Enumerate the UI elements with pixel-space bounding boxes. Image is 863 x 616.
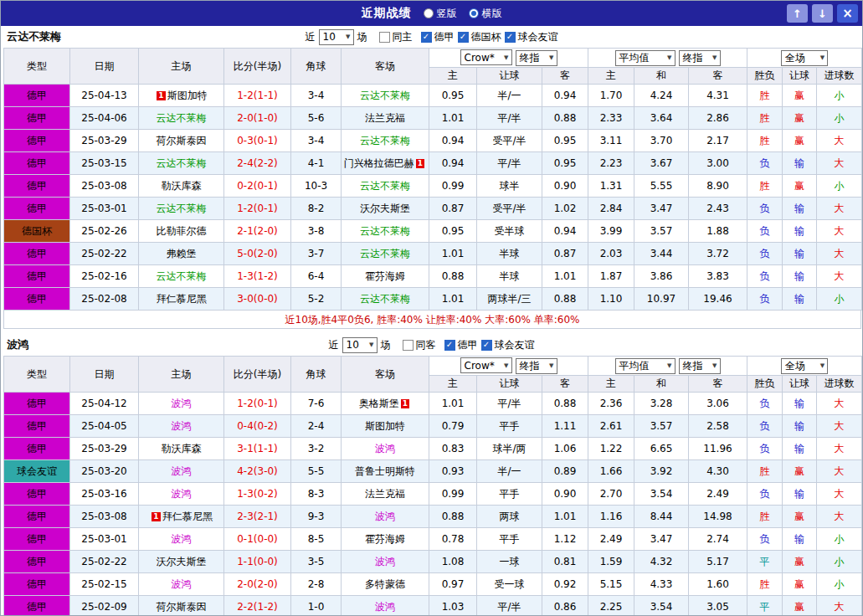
team-link: 普鲁士明斯特 [355,465,415,477]
match-row: 德甲25-04-05波鸿0-4(0-2)2-4斯图加特0.79平手1.112.6… [4,415,862,438]
away-team-cell: 云达不莱梅 [342,288,429,311]
filter-checkbox-1[interactable]: ✓德甲 [444,338,478,352]
home-team-cell: 云达不莱梅 [139,265,224,288]
euro-odds-cell: 2.36 [588,393,634,415]
corners-cell: 6-4 [291,265,342,288]
asian-stage-select[interactable]: 终指▼ [516,50,557,66]
match-count-select[interactable]: 10▼ [342,337,378,353]
radio-icon [469,8,479,18]
euro-odds-cell: 14.98 [689,506,747,528]
league-cell: 德甲 [4,175,70,198]
league-cell: 德甲 [4,596,70,616]
home-team-cell: 拜仁慕尼黑 [139,288,224,311]
titlebar: 近期战绩 竖版横版 ↑ ↓ × [1,1,862,26]
scope-select[interactable]: 全场▼ [781,50,828,66]
away-team-cell: 云达不莱梅 [342,220,429,243]
handicap-result-cell: 赢 [783,107,817,130]
date-cell: 25-02-08 [70,288,139,311]
euro-odds-cell: 4.32 [634,551,689,573]
summary-row: 近10场,胜4平0负6, 胜率:40% 让胜率:40% 大率:60% 单率:60… [3,311,861,329]
away-team-cell: 普鲁士明斯特 [342,460,429,483]
chevron-down-icon: ▼ [504,54,508,61]
filter-checkbox-2[interactable]: ✓球会友谊 [481,338,535,352]
corners-cell: 10-3 [291,175,342,198]
near-label: 近 [329,338,339,352]
filter-checkbox-3[interactable]: ✓球会友谊 [505,30,558,44]
bookmaker-select[interactable]: Crow*▼ [460,357,512,373]
chevron-down-icon: ▼ [346,33,350,40]
goals-result-cell: 大 [817,506,862,528]
handicap-result-cell: 输 [783,438,817,460]
team-link: 法兰克福 [365,488,405,500]
chevron-down-icon: ▼ [549,362,553,369]
layout-radio-0[interactable]: 竖版 [424,7,457,21]
euro-odds-cell: 11.96 [689,438,747,460]
column-header: 角球 [291,357,342,393]
column-header: 和 [634,376,689,393]
euro-odds-cell: 3.57 [634,415,689,438]
layout-radio-1[interactable]: 横版 [469,7,502,21]
close-icon: × [842,6,853,21]
euro-odds-cell: 2.33 [588,107,634,130]
team-link: 门兴格拉德巴赫 [344,157,414,169]
filter-checkbox-2[interactable]: ✓德国杯 [458,30,501,44]
scope-select-value: 全场 [785,359,805,373]
asian-odds-cell: 0.88 [429,506,477,528]
euro-odds-cell: 3.64 [634,107,689,130]
move-down-button[interactable]: ↓ [812,4,833,23]
move-up-button[interactable]: ↑ [787,4,808,23]
match-row: 德甲25-02-16云达不莱梅1-3(1-2)6-4霍芬海姆0.88半球1.01… [4,265,862,288]
goals-result-cell: 大 [817,130,862,152]
scope-select[interactable]: 全场▼ [781,358,828,374]
asian-odds-cell: 0.87 [542,243,588,265]
bookmaker-select[interactable]: Crow*▼ [460,49,512,65]
column-header: 比分(半场) [224,357,291,393]
asian-odds-cell: 平/半 [477,596,542,616]
euro-stage-select[interactable]: 终指▼ [679,358,721,374]
result-cell: 平 [747,596,783,616]
asian-stage-select[interactable]: 终指▼ [516,358,557,374]
euro-odds-cell: 2.23 [588,152,634,175]
corners-cell: 5-6 [291,107,342,130]
goals-result-cell: 大 [817,460,862,483]
asian-odds-cell: 两球 [477,506,542,528]
close-button[interactable]: × [837,4,858,23]
euro-stage-select-value: 终指 [683,51,703,65]
asian-odds-cell: 球半 [477,175,542,198]
column-header: 进球数 [817,376,862,393]
checkbox-label: 德甲 [458,338,478,352]
asian-odds-cell: 半球 [477,265,542,288]
filter-checkbox-1[interactable]: ✓德甲 [421,30,455,44]
column-header: 主 [429,376,477,393]
euro-stage-select-value: 终指 [683,359,703,373]
column-header: 让球 [477,376,542,393]
date-cell: 25-03-01 [70,528,139,551]
chevron-down-icon: ▼ [667,362,671,369]
filter-checkbox-0[interactable]: 同主 [379,30,413,44]
euro-odds-cell: 2.58 [689,415,747,438]
asian-odds-cell: 0.95 [429,85,477,107]
euro-odds-cell: 1.22 [588,438,634,460]
euro-odds-cell: 3.05 [689,596,747,616]
match-count-select-value: 10 [323,31,336,43]
corners-cell: 3-4 [291,85,342,107]
away-team-cell: 多特蒙德 [342,573,429,596]
checkbox-unchecked-icon [403,340,414,351]
euro-source-select[interactable]: 平均值▼ [615,50,676,66]
home-team-cell: 荷尔斯泰因 [139,130,224,152]
filter-checkbox-0[interactable]: 同客 [403,338,436,352]
euro-source-select[interactable]: 平均值▼ [615,358,676,374]
score-cell: 2-2(1-2) [224,596,291,616]
euro-odds-cell: 8.44 [634,506,689,528]
results-table: 类型日期主场比分(半场)角球客场Crow*▼终指▼平均值▼终指▼全场▼主让球客主… [3,356,862,616]
euro-odds-cell: 1.60 [689,573,747,596]
team-link: 波鸿 [375,601,395,613]
asian-odds-cell: 0.90 [542,483,588,506]
goals-result-cell: 大 [817,243,862,265]
match-count-select[interactable]: 10▼ [319,29,354,45]
score-cell: 0-4(0-2) [224,415,291,438]
euro-stage-select[interactable]: 终指▼ [679,50,721,66]
asian-odds-cell: 平手 [477,415,542,438]
result-cell: 负 [747,265,783,288]
home-team-cell: 荷尔斯泰因 [139,596,224,616]
